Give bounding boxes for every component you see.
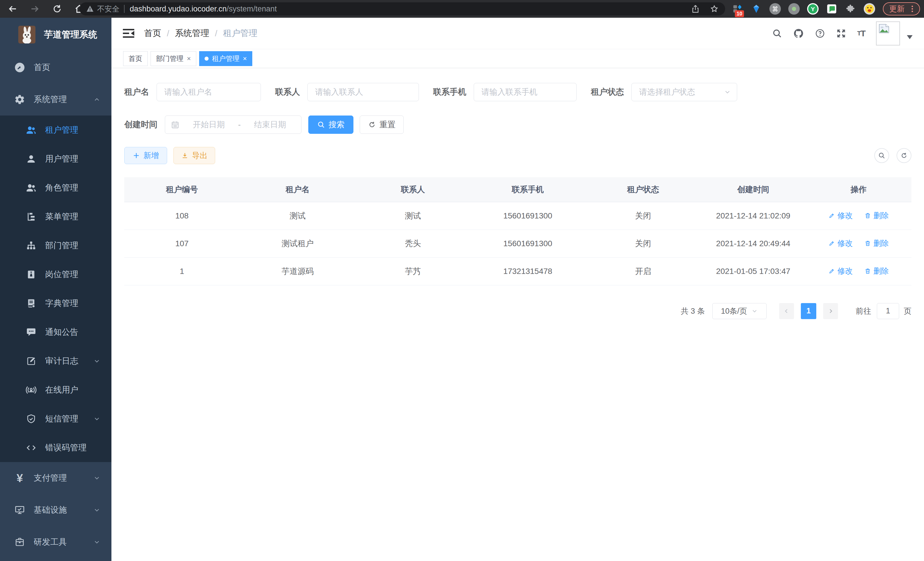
browser-update-button[interactable]: 更新: [883, 2, 920, 15]
back-arrow-icon: [8, 4, 18, 14]
tag-close-icon[interactable]: ×: [243, 55, 247, 62]
sidebar-item-role[interactable]: 角色管理: [0, 173, 111, 202]
edit-link[interactable]: 修改: [828, 266, 853, 276]
mobile-label: 联系手机: [433, 86, 466, 98]
edit-link-label: 修改: [837, 266, 853, 276]
profile-avatar[interactable]: [863, 3, 875, 15]
add-button-label: 新增: [143, 150, 159, 161]
create-time-range-picker[interactable]: 开始日期 - 结束日期: [165, 116, 302, 134]
avatar-dropdown-caret[interactable]: [907, 35, 913, 40]
reset-button[interactable]: 重置: [360, 116, 404, 134]
font-size-button[interactable]: TT: [857, 29, 865, 38]
emoji-avatar-icon: [863, 3, 875, 15]
chevron-right-icon: [827, 308, 834, 314]
status-select[interactable]: 请选择租户状态: [632, 83, 737, 101]
question-circle-icon: [815, 28, 825, 39]
notice-message-icon: [25, 326, 38, 339]
sidebar-item-user[interactable]: 用户管理: [0, 144, 111, 173]
search-button[interactable]: 搜索: [308, 116, 353, 134]
sidebar-item-system[interactable]: 系统管理: [0, 83, 111, 116]
sidebar-item-infra[interactable]: 基础设施: [0, 494, 111, 526]
extension-gem[interactable]: [750, 3, 762, 15]
header-search-button[interactable]: [772, 28, 782, 39]
col-contact: 联系人: [356, 177, 470, 202]
table-header-row: 租户编号 租户名 联系人 联系手机 租户状态 创建时间 操作: [124, 177, 911, 202]
sidebar-item-notice[interactable]: 通知公告: [0, 318, 111, 347]
next-page-button[interactable]: [823, 303, 838, 319]
fullscreen-button[interactable]: [836, 28, 846, 39]
green-dot-icon: [791, 6, 797, 12]
tenant-name-input[interactable]: [157, 83, 261, 101]
sidebar-item-devtools[interactable]: 研发工具: [0, 526, 111, 558]
breadcrumb-home[interactable]: 首页: [144, 27, 161, 39]
cell-tenant-name: 芋道源码: [240, 257, 356, 285]
star-icon: [710, 4, 719, 14]
delete-link[interactable]: 删除: [864, 211, 889, 221]
sidebar-item-pay[interactable]: ¥ 支付管理: [0, 462, 111, 494]
prev-page-button[interactable]: [779, 303, 794, 319]
edit-link[interactable]: 修改: [828, 211, 853, 221]
sidebar-item-menu[interactable]: 菜单管理: [0, 202, 111, 231]
delete-link[interactable]: 删除: [864, 238, 889, 248]
sidebar-logo[interactable]: 芋道管理系统: [0, 18, 111, 51]
export-button[interactable]: 导出: [173, 147, 215, 164]
tag-tenant-active[interactable]: 租户管理 ×: [199, 51, 252, 66]
tag-dept[interactable]: 部门管理 ×: [151, 51, 196, 66]
add-button[interactable]: 新增: [124, 147, 167, 164]
cell-actions: 修改 删除: [806, 230, 911, 257]
sidebar-item-tenant[interactable]: 租户管理: [0, 116, 111, 144]
browser-back-button[interactable]: [6, 3, 19, 15]
export-button-label: 导出: [192, 150, 207, 161]
extension-chat[interactable]: [826, 3, 838, 15]
sidebar-item-dept[interactable]: 部门管理: [0, 231, 111, 260]
cell-created: 2021-12-14 20:49:44: [701, 230, 806, 257]
sidebar-item-post[interactable]: 岗位管理: [0, 260, 111, 289]
github-link[interactable]: [793, 28, 804, 39]
refresh-table-button[interactable]: [897, 148, 911, 163]
extensions-menu[interactable]: [844, 3, 856, 15]
extension-recorder[interactable]: [788, 3, 800, 15]
sidebar-item-sms[interactable]: 短信管理: [0, 404, 111, 433]
browser-forward-button[interactable]: [28, 3, 41, 15]
sidebar-item-dict[interactable]: 字典管理: [0, 289, 111, 318]
contact-input[interactable]: [308, 83, 419, 101]
goto-page-input[interactable]: [877, 303, 899, 319]
bookmark-button[interactable]: [710, 4, 719, 14]
mobile-input[interactable]: [474, 83, 577, 101]
delete-link[interactable]: 删除: [864, 266, 889, 276]
cell-tenant-id: 1: [124, 257, 240, 285]
briefcase-icon: [13, 535, 26, 549]
post-badge-icon: [25, 268, 38, 281]
share-button[interactable]: [691, 4, 700, 14]
security-label[interactable]: 不安全: [97, 4, 119, 14]
chevron-down-icon: [724, 88, 731, 96]
extension-y-app[interactable]: Y: [807, 3, 819, 15]
sidebar-item-label: 支付管理: [34, 472, 67, 484]
show-search-toggle-button[interactable]: [874, 148, 889, 163]
gem-icon: [752, 4, 761, 14]
browser-reload-button[interactable]: [51, 3, 63, 15]
tag-close-icon[interactable]: ×: [187, 55, 191, 62]
sidebar-item-audit-log[interactable]: 审计日志: [0, 347, 111, 375]
sidebar-item-error-code[interactable]: 错误码管理: [0, 433, 111, 462]
extension-tab-manager[interactable]: 10: [731, 3, 743, 15]
user-avatar[interactable]: [876, 21, 900, 45]
page-number-1[interactable]: 1: [801, 303, 816, 319]
edit-link[interactable]: 修改: [828, 238, 853, 248]
breadcrumb-system[interactable]: 系统管理: [175, 27, 209, 39]
active-tag-dot: [205, 57, 208, 61]
col-tenant-name: 租户名: [240, 177, 356, 202]
page-size-select[interactable]: 10条/页: [712, 303, 766, 319]
top-navbar: 首页 / 系统管理 / 租户管理 TT: [111, 18, 924, 49]
tag-home[interactable]: 首页: [123, 51, 148, 66]
extension-command[interactable]: [769, 3, 781, 15]
sidebar-toggle-button[interactable]: [123, 29, 134, 38]
kebab-menu-icon[interactable]: [908, 5, 916, 13]
sidebar-item-home[interactable]: 首页: [0, 51, 111, 83]
sidebar-item-online-users[interactable]: 在线用户: [0, 375, 111, 404]
cell-tenant-id: 107: [124, 230, 240, 257]
sidebar-item-label: 基础设施: [34, 504, 67, 516]
address-bar[interactable]: 不安全 dashboard.yudao.iocoder.cn/system/te…: [80, 2, 725, 15]
dict-book-icon: [25, 297, 38, 310]
help-button[interactable]: [815, 28, 825, 39]
